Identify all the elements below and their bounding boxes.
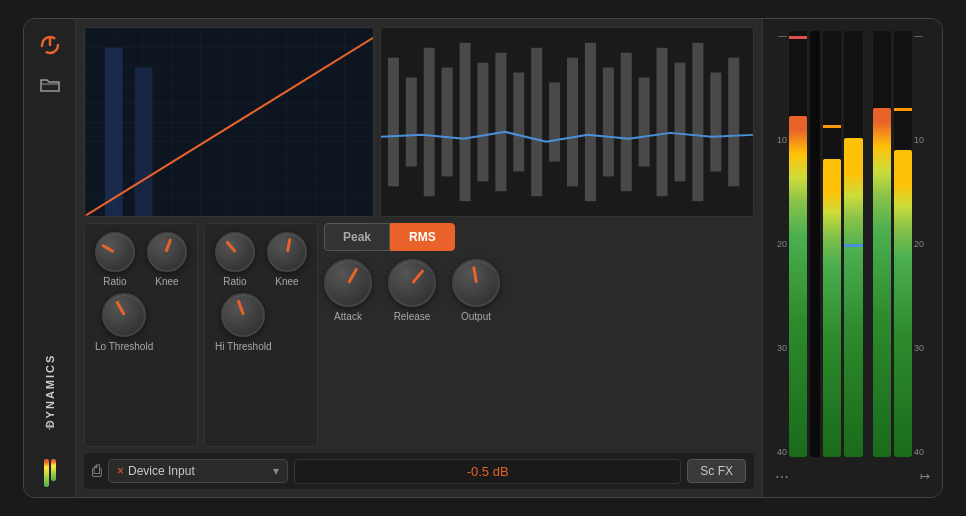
lo-knee-knob[interactable]: [147, 232, 187, 272]
svg-rect-21: [621, 53, 632, 192]
waveform-display: [380, 27, 754, 217]
hi-ratio-label: Ratio: [223, 276, 246, 287]
hi-knee-label: Knee: [275, 276, 298, 287]
svg-rect-20: [603, 68, 614, 177]
lo-ratio-knob[interactable]: [95, 232, 135, 272]
db-display: -0.5 dB: [294, 459, 681, 484]
meter-bar-1: [789, 31, 807, 457]
svg-rect-5: [105, 48, 123, 216]
release-knob[interactable]: [388, 259, 436, 307]
hi-threshold-col: Hi Threshold: [215, 293, 272, 352]
release-col: Release: [388, 259, 436, 322]
add-left-button[interactable]: +: [44, 416, 55, 437]
meter-scale-right: — 10 20 30 40: [914, 27, 938, 461]
svg-rect-18: [567, 58, 578, 187]
hi-threshold-group: Ratio Knee Hi Threshold: [204, 223, 318, 447]
mini-meter-left: [44, 459, 56, 487]
meter-scale-left: — 10 20 30 40: [767, 27, 787, 461]
hi-ratio-knob[interactable]: [215, 232, 255, 272]
meter-bar-4: [873, 31, 891, 457]
hi-threshold-row: Hi Threshold: [215, 293, 307, 352]
lo-ratio-label: Ratio: [103, 276, 126, 287]
device-input-select[interactable]: × Device Input ▾: [108, 459, 288, 483]
right-meter-panel: — 10 20 30 40: [762, 19, 942, 497]
close-icon: ×: [117, 464, 124, 478]
lo-threshold-row: Lo Threshold: [95, 293, 187, 352]
transfer-graph: [84, 27, 374, 217]
svg-rect-19: [585, 43, 596, 201]
output-label: Output: [461, 311, 491, 322]
hi-knob-row: Ratio Knee: [215, 232, 307, 287]
lo-knob-row: Ratio Knee: [95, 232, 187, 287]
hi-threshold-knob[interactable]: [221, 293, 265, 337]
svg-rect-17: [549, 82, 560, 161]
meter-gap: [866, 31, 870, 457]
svg-rect-9: [406, 77, 417, 166]
svg-rect-25: [692, 43, 703, 201]
hi-threshold-label: Hi Threshold: [215, 341, 272, 352]
svg-rect-12: [460, 43, 471, 201]
dropdown-arrow-icon: ▾: [273, 464, 279, 478]
hi-knee-col: Knee: [267, 232, 307, 287]
left-sidebar: DYNAMICS +: [24, 19, 76, 497]
rms-button[interactable]: RMS: [390, 223, 455, 251]
lo-ratio-col: Ratio: [95, 232, 135, 287]
top-section: [84, 27, 754, 217]
dots-icon[interactable]: ⋯: [775, 469, 789, 485]
peak-rms-row: Peak RMS: [324, 223, 524, 251]
output-knob[interactable]: [452, 259, 500, 307]
output-col: Output: [452, 259, 500, 322]
meter-bar-3: [844, 31, 862, 457]
right-controls: Peak RMS Attack Release: [324, 223, 524, 447]
attack-label: Attack: [334, 311, 362, 322]
meter-bar-dark: [810, 31, 820, 457]
svg-rect-24: [674, 63, 685, 182]
svg-rect-13: [477, 63, 488, 182]
attack-release-row: Attack Release Output: [324, 259, 524, 322]
attack-knob[interactable]: [324, 259, 372, 307]
svg-rect-4: [85, 28, 373, 216]
release-label: Release: [394, 311, 431, 322]
svg-rect-8: [388, 58, 399, 187]
hi-ratio-col: Ratio: [215, 232, 255, 287]
hi-knee-knob[interactable]: [267, 232, 307, 272]
arrow-icon[interactable]: ↦: [920, 469, 930, 485]
svg-rect-10: [424, 48, 435, 196]
svg-rect-15: [513, 73, 524, 172]
sc-fx-button[interactable]: Sc FX: [687, 459, 746, 483]
peak-button[interactable]: Peak: [324, 223, 390, 251]
lo-knee-col: Knee: [147, 232, 187, 287]
meter-bar-2: [823, 31, 841, 457]
bottom-bar: ⎙ × Device Input ▾ -0.5 dB Sc FX: [84, 453, 754, 489]
attack-col: Attack: [324, 259, 372, 322]
folder-button[interactable]: [36, 71, 64, 99]
svg-rect-27: [728, 58, 739, 187]
lo-threshold-group: Ratio Knee Lo Threshold: [84, 223, 198, 447]
power-button[interactable]: [36, 31, 64, 59]
svg-rect-6: [135, 68, 153, 216]
main-content: Ratio Knee Lo Threshold: [76, 19, 762, 497]
device-icon: ⎙: [92, 462, 102, 480]
plugin-container: DYNAMICS +: [23, 18, 943, 498]
svg-rect-14: [495, 53, 506, 192]
svg-rect-11: [442, 68, 453, 177]
right-panel-bottom: ⋯ ↦: [767, 465, 938, 489]
svg-rect-16: [531, 48, 542, 196]
lo-threshold-label: Lo Threshold: [95, 341, 153, 352]
controls-section: Ratio Knee Lo Threshold: [84, 223, 754, 447]
lo-threshold-col: Lo Threshold: [95, 293, 153, 352]
svg-rect-22: [639, 77, 650, 166]
svg-rect-26: [710, 73, 721, 172]
device-input-label: Device Input: [128, 464, 195, 478]
svg-rect-23: [657, 48, 668, 196]
meter-bar-5: [894, 31, 912, 457]
lo-threshold-knob[interactable]: [102, 293, 146, 337]
lo-knee-label: Knee: [155, 276, 178, 287]
